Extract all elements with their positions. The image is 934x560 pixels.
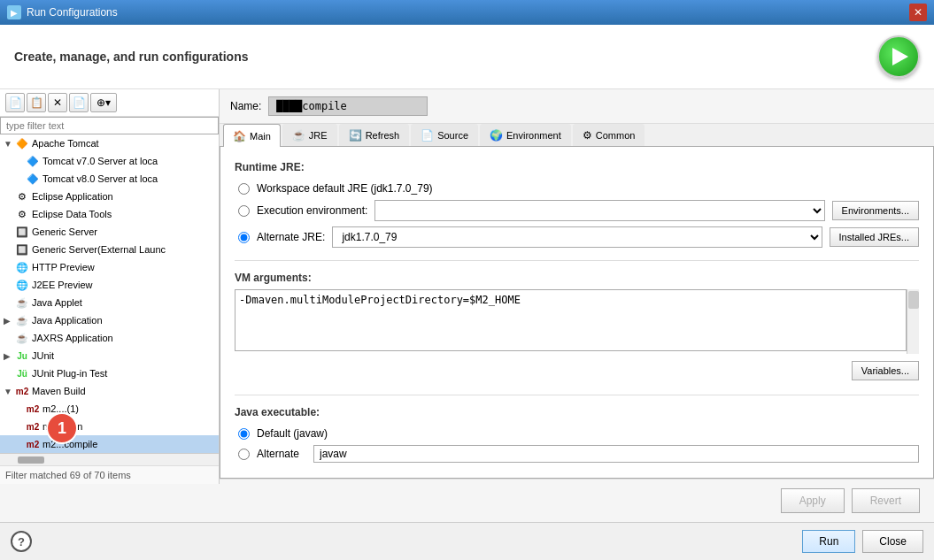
j2ee-icon: 🌐 (15, 278, 29, 292)
tree-item-eclipse-app[interactable]: ⚙ Eclipse Application (0, 188, 219, 205)
name-value[interactable]: ████compile (268, 96, 428, 116)
close-button[interactable]: Close (862, 530, 923, 553)
source-tab-icon: 📄 (421, 129, 434, 142)
jaxrs-icon: ☕ (15, 331, 29, 345)
tree-item-tomcat7[interactable]: 🔷 Tomcat v7.0 Server at loca (0, 152, 219, 170)
alternate-jre-row: Alternate JRE: jdk1.7.0_79 Installed JRE… (238, 226, 919, 248)
workspace-jre-row: Workspace default JRE (jdk1.7.0_79) (238, 182, 919, 195)
tab-environment[interactable]: 🌍 Environment (480, 124, 571, 146)
maven-item-icon: m2 (26, 402, 40, 416)
notification-badge: 1 (46, 412, 78, 444)
tree-item-maven-1[interactable]: m2 m2....(1) (0, 400, 219, 418)
tab-jre-label: JRE (309, 130, 328, 141)
alternate-javaw-label: Alternate (257, 448, 299, 460)
tab-main[interactable]: 🏠 Main (223, 124, 281, 147)
tab-source[interactable]: 📄 Source (411, 124, 478, 146)
filter-input[interactable] (0, 117, 219, 134)
tree-item-generic-server[interactable]: 🔲 Generic Server (0, 223, 219, 241)
run-button[interactable]: Run (802, 530, 855, 553)
content-area: 📄 📋 ✕ 📄 ⊕▾ ▼ 🔶 Apache Tomcat (0, 89, 934, 522)
tree-item-apache-tomcat[interactable]: ▼ 🔶 Apache Tomcat (0, 134, 219, 152)
horizontal-scrollbar[interactable] (0, 453, 219, 465)
alternate-jre-radio[interactable] (238, 232, 250, 243)
installed-jres-button[interactable]: Installed JREs... (830, 227, 919, 247)
tab-refresh[interactable]: 🔄 Refresh (339, 124, 410, 146)
left-panel-toolbar: 📄 📋 ✕ 📄 ⊕▾ (0, 89, 219, 117)
default-javaw-radio[interactable] (238, 428, 250, 440)
generic-server-ext-icon: 🔲 (15, 242, 29, 257)
jre-tab-icon: ☕ (292, 129, 305, 142)
more-button[interactable]: ⊕▾ (90, 93, 117, 112)
exec-env-row: Execution environment: Environments... (238, 200, 919, 221)
tree-item-generic-server-ext[interactable]: 🔲 Generic Server(External Launc (0, 241, 219, 258)
tab-refresh-label: Refresh (366, 130, 400, 141)
vm-args-container: -Dmaven.multiModuleProjectDirectory=$M2_… (235, 289, 919, 354)
tree-item-jaxrs[interactable]: ☕ JAXRS Application (0, 329, 219, 347)
tree-label: HTTP Preview (32, 262, 95, 272)
tree-item-junit[interactable]: ▶ Ju JUnit (0, 347, 219, 364)
tab-env-label: Environment (506, 130, 561, 141)
revert-button[interactable]: Revert (852, 488, 920, 513)
tree-item-tomcat8[interactable]: 🔷 Tomcat v8.0 Server at loca (0, 170, 219, 188)
tree-item-j2ee-preview[interactable]: 🌐 J2EE Preview (0, 276, 219, 294)
dialog-bottom-buttons: Run Close (802, 530, 923, 553)
runtime-jre-options: Workspace default JRE (jdk1.7.0_79) Exec… (238, 182, 919, 248)
exec-env-select[interactable] (374, 200, 824, 221)
maven-clean-icon: m2 (26, 419, 40, 433)
window-icon: ▶ (7, 5, 21, 19)
tab-common-label: Common (596, 130, 636, 141)
tree-item-java-app[interactable]: ▶ ☕ Java Application (0, 311, 219, 329)
java-applet-icon: ☕ (15, 295, 29, 310)
tree-label: Tomcat v7.0 Server at loca (42, 156, 158, 166)
java-exec-section: Java executable: Default (javaw) Alterna… (235, 406, 919, 463)
alternate-jre-select[interactable]: jdk1.7.0_79 (332, 226, 822, 248)
tab-content-jre: Runtime JRE: Workspace default JRE (jdk1… (220, 147, 934, 479)
close-window-button[interactable]: ✕ (909, 4, 927, 21)
vm-args-textarea[interactable]: -Dmaven.multiModuleProjectDirectory=$M2_… (235, 289, 907, 351)
workspace-jre-radio[interactable] (238, 183, 250, 195)
new-config-button[interactable]: 📄 (5, 93, 25, 112)
eclipse-data-icon: ⚙ (15, 207, 29, 221)
dialog-bottom: ? Run Close (0, 522, 934, 560)
name-label: Name: (230, 100, 261, 112)
tree-item-eclipse-data[interactable]: ⚙ Eclipse Data Tools (0, 205, 219, 223)
junit-icon: Ju (15, 349, 29, 363)
variables-button[interactable]: Variables... (852, 361, 919, 380)
expand-icon: ▼ (4, 139, 12, 149)
vm-args-scrollbar[interactable] (907, 289, 919, 354)
tree-label: JUnit (32, 350, 54, 361)
tree-item-http-preview[interactable]: 🌐 HTTP Preview (0, 258, 219, 276)
server-icon: 🔶 (15, 136, 29, 150)
tab-bar: 🏠 Main ☕ JRE 🔄 Refresh 📄 Source 🌍 (220, 124, 934, 147)
right-panel: Name: ████compile 🏠 Main ☕ JRE 🔄 Refresh (220, 89, 934, 522)
maven-compile-icon: m2 (26, 437, 40, 451)
delete-button[interactable]: ✕ (48, 93, 67, 112)
alternate-javaw-radio[interactable] (238, 449, 250, 460)
alternate-javaw-input[interactable] (313, 445, 919, 463)
duplicate-button[interactable]: 📋 (27, 93, 46, 112)
tab-source-label: Source (437, 130, 468, 141)
tree-item-java-applet[interactable]: ☕ Java Applet (0, 294, 219, 311)
run-circle-button[interactable] (877, 35, 920, 78)
java-exec-label: Java executable: (235, 406, 919, 418)
env-tab-icon: 🌍 (490, 129, 503, 142)
exec-env-radio[interactable] (238, 205, 250, 217)
variables-btn-container: Variables... (235, 361, 919, 380)
tree-item-maven-compile[interactable]: m2 m2...compile (0, 435, 219, 453)
export-button[interactable]: 📄 (69, 93, 89, 112)
tab-common[interactable]: ⚙ Common (573, 124, 645, 146)
help-button[interactable]: ? (11, 531, 32, 552)
default-javaw-label: Default (javaw) (257, 427, 328, 440)
tab-jre[interactable]: ☕ JRE (282, 124, 337, 146)
apply-button[interactable]: Apply (781, 488, 845, 513)
tree-item-maven-clean[interactable]: m2 m2...lean (0, 418, 219, 435)
filter-status: Filter matched 69 of 70 items (0, 465, 219, 484)
tree-item-junit-plugin[interactable]: Jü JUnit Plug-in Test (0, 364, 219, 382)
tree-item-maven-build[interactable]: ▼ m2 Maven Build (0, 382, 219, 400)
section-divider-2 (235, 395, 919, 395)
expand-icon: ▼ (4, 387, 12, 396)
environments-button[interactable]: Environments... (832, 201, 919, 220)
tree-label: Eclipse Data Tools (32, 209, 112, 219)
tree-label: J2EE Preview (32, 280, 92, 290)
common-tab-icon: ⚙ (583, 129, 592, 142)
